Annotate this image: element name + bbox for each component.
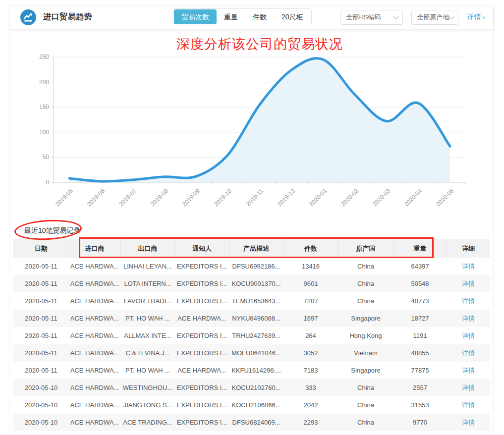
cell-date: 2020-05-11 xyxy=(13,327,69,344)
cell-exporter: PT. HO WAH ... xyxy=(120,310,175,327)
tab-quantity[interactable]: 件数 xyxy=(245,9,274,24)
cell-origin-country: China xyxy=(338,379,393,396)
column-header-exporter: 出口商 xyxy=(120,239,175,258)
cell-origin-country: Singapore xyxy=(338,362,393,379)
table-row: 2020-05-11ACE HARDWA...LOTA INTERN...EXP… xyxy=(13,275,490,292)
column-header-date: 日期 xyxy=(13,239,69,258)
cell-exporter: C & H VINA J... xyxy=(120,344,175,362)
tab-20ft-container[interactable]: 20尺柜 xyxy=(274,9,311,24)
row-detail-link[interactable]: 详情 xyxy=(462,315,475,322)
cell-quantity: 2042 xyxy=(283,396,338,414)
table-row: 2020-05-11ACE HARDWA...PT. HO WAH ...ACE… xyxy=(13,310,490,327)
table-row: 2020-05-11ACE HARDWA...FAVOR TRADI...EXP… xyxy=(13,292,490,310)
cell-weight: 64397 xyxy=(393,258,447,275)
row-detail-link[interactable]: 详情 xyxy=(462,384,475,391)
cell-notify-party: EXPEDITORS I... xyxy=(175,292,229,310)
cell-quantity: 3052 xyxy=(283,344,338,362)
cell-origin-country: Vietnam xyxy=(338,344,393,362)
trade-records-table: 日期进口商出口商通知人产品描述件数原产国重量详细 2020-05-11ACE H… xyxy=(13,239,490,431)
x-axis-tick-label: 2019-05 xyxy=(54,187,74,208)
table-row: 2020-05-11ACE HARDWA...C & H VINA J...EX… xyxy=(13,344,490,362)
x-axis-tick-label: 2019-09 xyxy=(181,187,201,208)
cell-detail: 详情 xyxy=(447,292,490,310)
cell-exporter: LINHAI LEYAN... xyxy=(120,258,175,275)
cell-importer: ACE HARDWA... xyxy=(69,258,120,275)
x-axis-tick-label: 2019-11 xyxy=(245,187,265,208)
x-axis-tick-label: 2019-12 xyxy=(276,187,296,208)
x-axis-tick-label: 2020-04 xyxy=(403,187,423,208)
cell-origin-country: China xyxy=(338,414,393,431)
y-axis-tick-label: 50 xyxy=(43,154,50,161)
table-header: 日期进口商出口商通知人产品描述件数原产国重量详细 xyxy=(13,239,490,258)
column-header-quantity: 件数 xyxy=(283,239,338,258)
row-detail-link[interactable]: 详情 xyxy=(462,280,475,287)
row-detail-link[interactable]: 详情 xyxy=(462,332,475,339)
y-axis-tick-label: 100 xyxy=(39,129,49,136)
cell-product-desc: KOCU2102760... xyxy=(229,379,283,396)
cell-detail: 详情 xyxy=(447,258,490,275)
row-detail-link[interactable]: 详情 xyxy=(462,401,475,409)
column-header-origin-country: 原产国 xyxy=(338,239,393,258)
origin-dropdown[interactable]: 全部原产地 xyxy=(411,10,458,25)
cell-date: 2020-05-10 xyxy=(13,414,69,431)
hs-code-dropdown[interactable]: 全部HS编码 xyxy=(340,10,403,25)
cell-quantity: 1697 xyxy=(283,310,338,327)
row-detail-link[interactable]: 详情 xyxy=(462,349,475,357)
cell-detail: 详情 xyxy=(447,379,490,396)
cell-product-desc: MOFU0641046... xyxy=(229,344,283,362)
row-detail-link[interactable]: 详情 xyxy=(462,263,475,270)
cell-importer: ACE HARDWA... xyxy=(69,396,120,414)
cell-date: 2020-05-11 xyxy=(13,292,69,310)
x-axis-tick-label: 2020-02 xyxy=(339,187,360,208)
x-axis-tick-label: 2019-10 xyxy=(213,187,233,208)
hs-code-dropdown-value: 全部HS编码 xyxy=(346,13,381,22)
tab-trade-count[interactable]: 贸易次数 xyxy=(174,9,217,24)
x-axis-tick-label: 2019-08 xyxy=(149,187,169,208)
cell-date: 2020-05-11 xyxy=(13,258,69,275)
cell-origin-country: China xyxy=(338,396,393,414)
cell-product-desc: NYKU8496088... xyxy=(229,310,283,327)
cell-importer: ACE HARDWA... xyxy=(69,310,120,327)
page-title: 进口贸易趋势 xyxy=(43,12,92,22)
cell-weight: 1191 xyxy=(393,327,447,344)
cell-quantity: 9601 xyxy=(283,275,338,292)
cell-date: 2020-05-11 xyxy=(13,344,69,362)
x-axis-tick-label: 2020-01 xyxy=(308,187,328,208)
table-header-row: 日期进口商出口商通知人产品描述件数原产国重量详细 xyxy=(13,239,490,258)
cell-weight: 48855 xyxy=(393,344,447,362)
cell-product-desc: TEMU1653643... xyxy=(229,292,283,310)
cell-exporter: ACE TRADING... xyxy=(120,414,175,431)
cell-notify-party: EXPEDITORS I... xyxy=(175,327,229,344)
cell-detail: 详情 xyxy=(447,310,490,327)
cell-exporter: WESTINGHOU... xyxy=(120,379,175,396)
cell-product-desc: KOCU9001370... xyxy=(229,275,283,292)
row-detail-link[interactable]: 详情 xyxy=(462,419,475,426)
cell-detail: 详情 xyxy=(447,396,490,414)
cell-notify-party: EXPEDITORS I... xyxy=(175,379,229,396)
cell-quantity: 2293 xyxy=(283,414,338,431)
cell-weight: 2557 xyxy=(393,379,447,396)
cell-date: 2020-05-11 xyxy=(13,362,69,379)
cell-importer: ACE HARDWA... xyxy=(69,275,120,292)
table-row: 2020-05-11ACE HARDWA...PT. HO WAH ...ACE… xyxy=(13,362,490,379)
row-detail-link[interactable]: 详情 xyxy=(462,367,475,374)
table-row: 2020-05-10ACE HARDWA...ACE TRADING...EXP… xyxy=(13,414,490,431)
trend-chart: 0501001502002502019-052019-062019-072019… xyxy=(9,29,493,218)
y-axis-tick-label: 250 xyxy=(39,54,49,60)
cell-notify-party: EXPEDITORS I... xyxy=(175,396,229,414)
x-axis-tick-label: 2020-05 xyxy=(435,187,455,208)
tab-weight[interactable]: 重量 xyxy=(217,9,245,24)
y-axis-tick-label: 150 xyxy=(39,104,49,110)
cell-exporter: PT. HO WAH ... xyxy=(120,362,175,379)
records-section-title: 最近10笔贸易记录 xyxy=(24,226,81,235)
table-body: 2020-05-11ACE HARDWA...LINHAI LEYAN...EX… xyxy=(13,258,490,431)
cell-importer: ACE HARDWA... xyxy=(69,327,120,344)
row-detail-link[interactable]: 详情 xyxy=(462,297,475,305)
cell-notify-party: ACE HARDWA... xyxy=(175,362,229,379)
cell-detail: 详情 xyxy=(447,362,490,379)
cell-date: 2020-05-11 xyxy=(13,310,69,327)
cell-exporter: ALLMAX INTE... xyxy=(120,327,175,344)
cell-quantity: 264 xyxy=(283,327,338,344)
column-header-product-desc: 产品描述 xyxy=(229,239,283,258)
header-detail-link[interactable]: 详情 › xyxy=(467,13,485,22)
